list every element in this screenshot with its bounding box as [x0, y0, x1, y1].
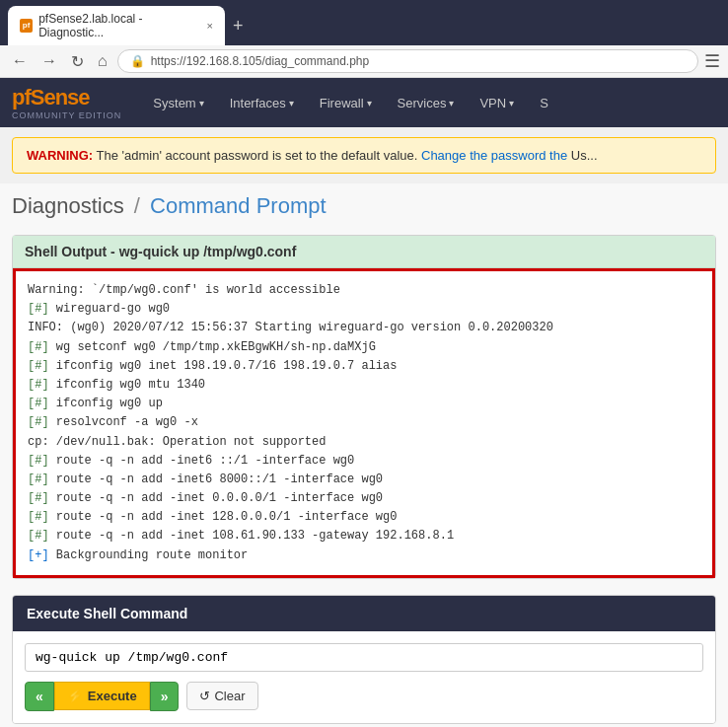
button-row: « ⚡ Execute » ↺ Clear: [25, 682, 703, 711]
tab-title: pfSense2.lab.local - Diagnostic...: [38, 12, 200, 39]
nav-menu: System ▾ Interfaces ▾ Firewall ▾ Service…: [141, 90, 560, 116]
warning-link[interactable]: Change the password the: [421, 148, 567, 163]
browser-menu-icon[interactable]: ☰: [704, 50, 720, 72]
nav-system[interactable]: System ▾: [141, 90, 215, 116]
shell-line: INFO: (wg0) 2020/07/12 15:56:37 Starting…: [28, 319, 700, 337]
breadcrumb-current: Command Prompt: [150, 193, 327, 218]
warning-message: The 'admin' account password is set to t…: [97, 148, 418, 163]
shell-hash: [#]: [28, 397, 49, 410]
shell-line: [#] route -q -n add -inet 128.0.0.0/1 -i…: [28, 508, 700, 527]
shell-line: Warning: `/tmp/wg0.conf' is world access…: [28, 281, 700, 300]
shell-line: [#] ifconfig wg0 mtu 1340: [28, 376, 700, 395]
interfaces-arrow-icon: ▾: [289, 98, 294, 109]
pfsense-logo: pfSense COMMUNITY EDITION: [12, 85, 121, 120]
refresh-button[interactable]: ↻: [67, 50, 88, 73]
shell-line: [#] route -q -n add -inet6 8000::/1 -int…: [28, 471, 700, 489]
execute-header: Execute Shell Command: [13, 596, 715, 631]
execute-section: Execute Shell Command « ⚡ Execute » ↺ Cl…: [12, 595, 716, 724]
nav-vpn[interactable]: VPN ▾: [468, 90, 526, 116]
breadcrumb-separator: /: [134, 193, 140, 218]
execute-button[interactable]: ⚡ Execute: [54, 682, 150, 710]
address-bar[interactable]: 🔒 https://192.168.8.105/diag_command.php: [117, 49, 698, 73]
shell-line: [#] ifconfig wg0 inet 198.19.0.7/16 198.…: [28, 357, 700, 376]
shell-hash: [#]: [28, 302, 49, 316]
shell-line: [#] route -q -n add -inet 0.0.0.0/1 -int…: [28, 489, 700, 508]
shell-line: [#] resolvconf -a wg0 -x: [28, 413, 700, 432]
pfsense-navbar: pfSense COMMUNITY EDITION System ▾ Inter…: [0, 78, 728, 127]
shell-line: [#] route -q -n add -inet6 ::/1 -interfa…: [28, 452, 700, 471]
warning-label: WARNING:: [27, 148, 93, 163]
logo-name: pfSense: [12, 85, 121, 110]
new-tab-button[interactable]: +: [225, 16, 252, 36]
forward-button[interactable]: →: [37, 50, 61, 72]
warning-suffix: Us...: [571, 148, 598, 163]
clear-icon: ↺: [199, 689, 210, 703]
shell-line: [#] ifconfig wg0 up: [28, 395, 700, 413]
shell-output-header: Shell Output - wg-quick up /tmp/wg0.conf: [13, 236, 715, 268]
clear-button[interactable]: ↺ Clear: [186, 682, 257, 710]
shell-hash: [#]: [28, 529, 49, 543]
lightning-icon: ⚡: [67, 689, 83, 703]
tab-bar: pf pfSense2.lab.local - Diagnostic... × …: [0, 0, 728, 45]
next-button[interactable]: »: [150, 682, 180, 711]
shell-hash: [#]: [28, 340, 49, 354]
firewall-arrow-icon: ▾: [367, 98, 372, 109]
active-tab[interactable]: pf pfSense2.lab.local - Diagnostic... ×: [8, 6, 225, 45]
lock-icon: 🔒: [130, 54, 145, 68]
shell-plus: [+]: [28, 548, 49, 562]
command-input[interactable]: [25, 643, 703, 672]
logo-edition: COMMUNITY EDITION: [12, 110, 121, 120]
main-content: Diagnostics / Command Prompt Shell Outpu…: [0, 183, 728, 727]
shell-output-section: Shell Output - wg-quick up /tmp/wg0.conf…: [12, 235, 716, 579]
shell-hash: [#]: [28, 491, 49, 505]
shell-line: [#] route -q -n add -inet 108.61.90.133 …: [28, 527, 700, 545]
shell-hash: [#]: [28, 378, 49, 392]
nav-services[interactable]: Services ▾: [386, 90, 467, 116]
shell-line: cp: /dev/null.bak: Operation not support…: [28, 433, 700, 452]
home-button[interactable]: ⌂: [94, 50, 111, 72]
shell-hash: [#]: [28, 415, 49, 429]
nav-firewall[interactable]: Firewall ▾: [308, 90, 384, 116]
prev-button[interactable]: «: [25, 682, 54, 711]
warning-bar: WARNING: The 'admin' account password is…: [12, 137, 716, 174]
shell-line: [#] wg setconf wg0 /tmp/tmp.xkEBgwKH/sh-…: [28, 338, 700, 357]
execute-body: « ⚡ Execute » ↺ Clear: [13, 631, 715, 723]
shell-hash: [#]: [28, 510, 49, 524]
nav-bar: ← → ↻ ⌂ 🔒 https://192.168.8.105/diag_com…: [0, 45, 728, 78]
back-button[interactable]: ←: [8, 50, 32, 72]
breadcrumb: Diagnostics / Command Prompt: [12, 193, 716, 219]
shell-hash: [#]: [28, 359, 49, 373]
execute-label: Execute: [88, 689, 137, 703]
shell-hash: [#]: [28, 473, 49, 486]
shell-line: [#] wireguard-go wg0: [28, 300, 700, 319]
address-url: https://192.168.8.105/diag_command.php: [151, 54, 686, 68]
browser-chrome: pf pfSense2.lab.local - Diagnostic... × …: [0, 0, 728, 78]
services-arrow-icon: ▾: [449, 98, 454, 109]
breadcrumb-prefix: Diagnostics: [12, 193, 124, 218]
favicon: pf: [20, 19, 33, 33]
shell-output-body: Warning: `/tmp/wg0.conf' is world access…: [13, 268, 715, 578]
clear-label: Clear: [214, 689, 245, 703]
nav-more[interactable]: S: [528, 90, 560, 116]
shell-line: [+] Backgrounding route monitor: [28, 546, 700, 565]
nav-interfaces[interactable]: Interfaces ▾: [218, 90, 306, 116]
system-arrow-icon: ▾: [199, 98, 204, 109]
vpn-arrow-icon: ▾: [509, 98, 514, 109]
tab-close-button[interactable]: ×: [207, 20, 213, 32]
shell-hash: [#]: [28, 454, 49, 468]
